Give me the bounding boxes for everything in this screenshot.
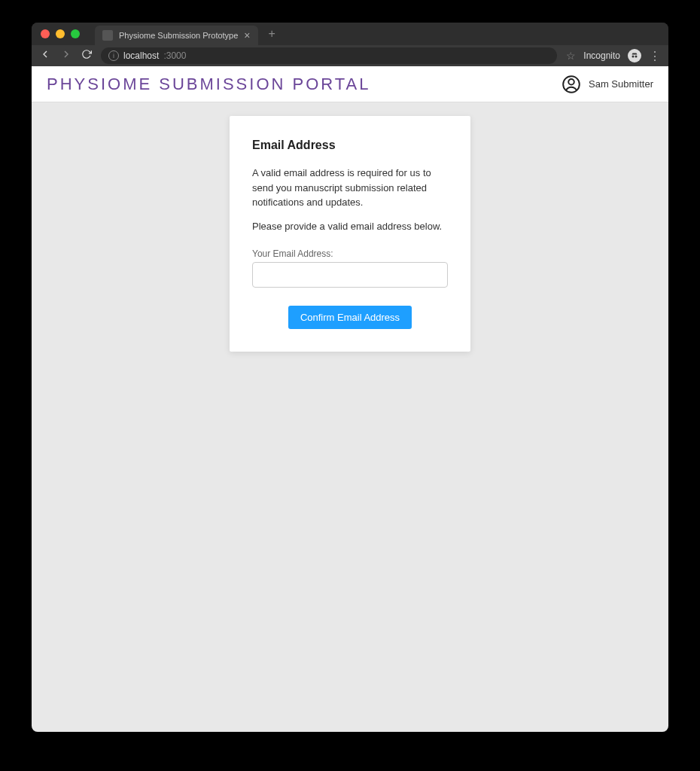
maximize-window-button[interactable] [71, 29, 80, 38]
bookmark-icon[interactable]: ☆ [566, 50, 576, 62]
svg-point-0 [632, 56, 635, 58]
tab-title: Physiome Submission Prototype [119, 31, 238, 40]
browser-tab[interactable]: Physiome Submission Prototype × [95, 26, 258, 45]
minimize-window-button[interactable] [56, 29, 65, 38]
card-title: Email Address [252, 139, 448, 152]
email-field-label: Your Email Address: [252, 248, 448, 259]
main-content: Email Address A valid email address is r… [32, 102, 668, 352]
card-description-1: A valid email address is required for us… [252, 166, 448, 210]
avatar-icon [562, 75, 581, 94]
site-title: PHYSIOME SUBMISSION PORTAL [47, 75, 370, 94]
new-tab-button[interactable]: + [269, 27, 275, 41]
url-host: localhost [123, 50, 159, 61]
user-name: Sam Submitter [589, 78, 653, 90]
address-bar-right: ☆ Incognito ⋮ [566, 49, 661, 63]
tabs-bar: Physiome Submission Prototype × + [95, 23, 659, 45]
window-controls [41, 29, 80, 38]
page-content: PHYSIOME SUBMISSION PORTAL Sam Submitter… [32, 66, 668, 732]
email-card: Email Address A valid email address is r… [230, 116, 470, 352]
close-window-button[interactable] [41, 29, 50, 38]
site-header: PHYSIOME SUBMISSION PORTAL Sam Submitter [32, 66, 668, 102]
site-info-icon[interactable]: i [108, 50, 119, 61]
user-menu[interactable]: Sam Submitter [562, 75, 653, 94]
url-input[interactable]: i localhost:3000 [101, 47, 557, 64]
reload-button[interactable] [81, 49, 92, 62]
browser-menu-button[interactable]: ⋮ [649, 49, 661, 63]
email-input[interactable] [252, 262, 448, 288]
card-description-2: Please provide a valid email address bel… [252, 219, 448, 234]
incognito-label: Incognito [583, 50, 620, 61]
confirm-email-button[interactable]: Confirm Email Address [288, 306, 412, 329]
titlebar: Physiome Submission Prototype × + [32, 23, 668, 45]
forward-button[interactable] [60, 48, 72, 63]
url-port: :3000 [163, 50, 186, 61]
svg-point-3 [568, 78, 574, 84]
incognito-icon[interactable] [628, 49, 641, 62]
svg-point-1 [635, 56, 638, 58]
address-bar: i localhost:3000 ☆ Incognito ⋮ [32, 45, 668, 66]
button-row: Confirm Email Address [252, 306, 448, 329]
favicon-icon [102, 30, 113, 41]
close-tab-button[interactable]: × [244, 30, 250, 41]
back-button[interactable] [39, 48, 51, 63]
browser-window: Physiome Submission Prototype × + i loca… [32, 23, 668, 732]
